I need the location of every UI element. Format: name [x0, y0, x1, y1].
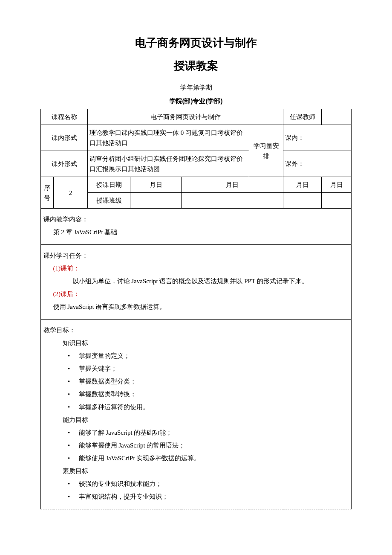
list-item: 掌握多种运算符的使用。: [43, 401, 349, 413]
quality-list: 较强的专业知识和技术能力； 丰富知识结构，提升专业知识；: [43, 477, 349, 503]
list-item: 较强的专业知识和技术能力；: [43, 477, 349, 490]
knowledge-list: 掌握变量的定义； 掌握关键字； 掌握数据类型分类； 掌握数据类型转换； 掌握多种…: [43, 349, 349, 413]
inclass-form-value: 理论教学口课内实践口理实一体 0 习题复习口考核评价口其他活动口: [88, 125, 249, 151]
course-name-label: 课程名称: [41, 109, 88, 125]
class-cell: [130, 193, 182, 209]
class-cell: [182, 193, 283, 209]
outclass-task-cell: 课外学习任务： (1)课前： 以小组为单位，讨论 JavaScript 语言的概…: [41, 245, 352, 320]
post-class-content: 使用 JavaScript 语言实现多种数据运算。: [43, 300, 349, 313]
section-heading: 教学目标：: [43, 324, 349, 337]
table-row: 序号 2 授课日期 月日 月日 月日 月日: [41, 177, 352, 193]
table-row: 课程名称 电子商务网页设计与制作 任课教师: [41, 109, 352, 125]
table-row: 课外形式 调查分析团小组研讨口实践任务团理论探究口考核评价口汇报展示口其他活动团…: [41, 151, 352, 177]
date-cell: 月日: [283, 177, 322, 193]
list-item: 能够使用 JaVaSCriPt 实现多种数据的运算。: [43, 452, 349, 465]
inclass-form-label: 课内形式: [41, 125, 88, 151]
teach-class-label: 授课班级: [88, 193, 130, 209]
study-arrange-label: 学习量安排: [249, 125, 283, 177]
pre-class-content: 以小组为单位，讨论 JavaScript 语言的概念以及语法规则并以 PPT 的…: [43, 275, 349, 288]
outclass-form-label: 课外形式: [41, 151, 88, 177]
date-cell: 月日: [130, 177, 182, 193]
table-row: 课内教学内容： 第 2 章 JaVaSCriPt 基础: [41, 209, 352, 245]
inclass-content-cell: 课内教学内容： 第 2 章 JaVaSCriPt 基础: [41, 209, 352, 245]
table-row: 授课班级: [41, 193, 352, 209]
inclass-hours: 课内：: [283, 125, 352, 151]
date-cell: 月日: [182, 177, 283, 193]
quality-label: 素质目标: [43, 465, 349, 477]
course-name-value: 电子商务网页设计与制作: [88, 109, 283, 125]
section-heading: 课内教学内容：: [43, 213, 349, 226]
pre-class-label: (1)课前：: [43, 262, 349, 275]
teacher-label: 任课教师: [283, 109, 322, 125]
document-title-1: 电子商务网页设计与制作: [40, 34, 352, 52]
class-cell: [322, 193, 352, 209]
table-row: 课内形式 理论教学口课内实践口理实一体 0 习题复习口考核评价口其他活动口 学习…: [41, 125, 352, 151]
document-title-2: 授课教案: [40, 57, 352, 75]
list-item: 掌握变量的定义；: [43, 349, 349, 362]
list-item: 掌握数据类型转换；: [43, 388, 349, 401]
section-content: 第 2 章 JaVaSCriPt 基础: [43, 226, 349, 238]
seq-label: 序号: [41, 177, 54, 209]
ability-list: 能够了解 JavaScript 的基础功能； 能够掌握使用 JavaScript…: [43, 426, 349, 465]
objectives-cell: 教学目标： 知识目标 掌握变量的定义； 掌握关键字； 掌握数据类型分类； 掌握数…: [41, 320, 352, 509]
lesson-plan-table: 课程名称 电子商务网页设计与制作 任课教师 课内形式 理论教学口课内实践口理实一…: [40, 109, 352, 509]
table-row: 课外学习任务： (1)课前： 以小组为单位，讨论 JavaScript 语言的概…: [41, 245, 352, 320]
outclass-form-value: 调查分析团小组研讨口实践任务团理论探究口考核评价口汇报展示口其他活动团: [88, 151, 249, 177]
semester-line: 学年第学期: [40, 82, 352, 93]
teacher-value: [322, 109, 352, 125]
list-item: 掌握数据类型分类；: [43, 375, 349, 388]
outclass-hours: 课外：: [283, 151, 352, 177]
list-item: 掌握关键字；: [43, 362, 349, 375]
section-heading: 课外学习任务：: [43, 249, 349, 262]
table-row: 教学目标： 知识目标 掌握变量的定义； 掌握关键字； 掌握数据类型分类； 掌握数…: [41, 320, 352, 509]
post-class-label: (2)课后：: [43, 288, 349, 300]
seq-value: 2: [54, 177, 88, 209]
date-cell: 月日: [322, 177, 352, 193]
ability-label: 能力目标: [43, 413, 349, 426]
list-item: 能够了解 JavaScript 的基础功能；: [43, 426, 349, 439]
knowledge-label: 知识目标: [43, 337, 349, 349]
list-item: 能够掌握使用 JavaScript 的常用语法；: [43, 439, 349, 452]
teach-date-label: 授课日期: [88, 177, 130, 193]
list-item: 丰富知识结构，提升专业知识；: [43, 490, 349, 503]
college-line: 学院(部)专业(学部): [40, 96, 352, 106]
class-cell: [283, 193, 322, 209]
